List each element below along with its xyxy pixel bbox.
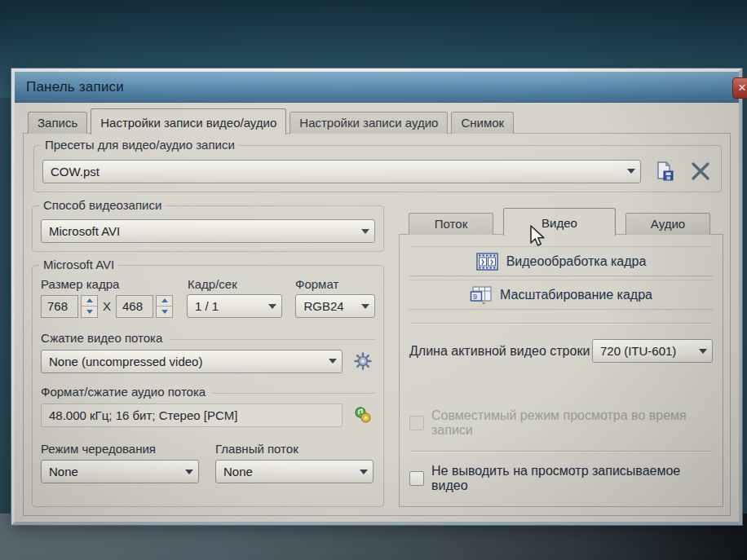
- chevron-down-icon: [361, 229, 369, 234]
- divider: [411, 323, 711, 324]
- line-length-label: Длина активной видео строки: [409, 344, 590, 359]
- chevron-down-icon: [329, 359, 337, 364]
- dialog-body: Запись Настройки записи видео/аудио Наст…: [15, 103, 739, 524]
- main-tabstrip: Запись Настройки записи видео/аудио Наст…: [21, 106, 732, 134]
- recording-panel-window: Панель записи ✕ Запись Настройки записи …: [11, 68, 742, 525]
- interleave-value: None: [49, 465, 78, 478]
- avi-group-label: Microsoft AVI: [39, 258, 118, 271]
- main-stream-combobox[interactable]: None: [215, 460, 374, 483]
- fps-combobox[interactable]: 1 / 1: [187, 294, 282, 318]
- right-column: Поток Видео Аудио: [399, 205, 723, 507]
- title-bar: Панель записи ✕: [15, 72, 739, 103]
- divider: [411, 451, 711, 452]
- delete-x-icon: [689, 161, 712, 182]
- audio-format-value: 48.000 кГц; 16 бит; Стерео [PCM]: [49, 408, 237, 422]
- audio-codec-icon: [353, 405, 373, 425]
- frame-width-value[interactable]: 768: [41, 295, 78, 318]
- video-processing-label: Видеообработка кадра: [506, 254, 647, 269]
- width-spin-up-button[interactable]: [82, 296, 97, 306]
- chevron-down-icon: [361, 304, 369, 309]
- tab-audio[interactable]: Аудио: [625, 213, 710, 235]
- video-processing-button[interactable]: Видеообработка кадра: [409, 246, 713, 276]
- video-method-combobox[interactable]: Microsoft AVI: [41, 219, 375, 243]
- audio-format-field: 48.000 кГц; 16 бит; Стерео [PCM]: [41, 403, 343, 427]
- no-preview-label: Не выводить на просмотр записываемое вид…: [431, 464, 713, 493]
- tab-stream[interactable]: Поток: [409, 213, 493, 235]
- delete-preset-button[interactable]: [688, 159, 713, 183]
- compat-mode-row: Совместимый режим просмотра во время зап…: [409, 408, 713, 438]
- video-compression-value: None (uncompressed video): [49, 355, 202, 368]
- stream-tabstrip: Поток Видео Аудио: [399, 205, 723, 235]
- video-method-value: Microsoft AVI: [49, 224, 120, 238]
- preset-value: COW.pst: [51, 165, 99, 179]
- close-icon: ✕: [738, 82, 747, 94]
- left-column: Способ видеозаписи Microsoft AVI Microso…: [32, 205, 384, 507]
- frame-height-stepper: 468: [116, 295, 173, 318]
- format-value: RGB24: [303, 299, 343, 313]
- tab-zapis[interactable]: Запись: [28, 112, 87, 134]
- spin-down-icon: [161, 310, 168, 314]
- codec-gear-icon: [353, 351, 373, 371]
- frame-size-label: Размер кадра: [41, 277, 188, 291]
- video-compression-combobox[interactable]: None (uncompressed video): [41, 350, 343, 373]
- preset-combobox[interactable]: COW.pst: [42, 160, 641, 183]
- chevron-down-icon: [185, 470, 193, 474]
- chevron-down-icon: [699, 349, 707, 354]
- frame-scaling-label: Масштабирование кадра: [500, 288, 652, 302]
- mouse-cursor: [528, 225, 548, 251]
- line-length-value: 720 (ITU-601): [600, 344, 676, 358]
- tab-video[interactable]: Видео: [503, 208, 616, 236]
- interleave-label: Режим чередования: [41, 442, 215, 456]
- audio-format-label: Формат/сжатие аудио потока: [41, 385, 375, 399]
- svg-text:9: 9: [473, 292, 477, 300]
- window-title: Панель записи: [26, 79, 124, 95]
- audio-codec-config-button[interactable]: [351, 403, 375, 427]
- fps-label: Кадр/сек: [188, 277, 295, 291]
- no-preview-row: Не выводить на просмотр записываемое вид…: [409, 464, 713, 493]
- presets-group-label: Пресеты для видео/аудио записи: [41, 138, 239, 152]
- film-scale-icon: 9: [470, 285, 492, 305]
- spin-down-icon: [86, 310, 93, 314]
- height-spin-up-button[interactable]: [157, 296, 172, 306]
- frame-width-stepper: 768: [41, 295, 98, 318]
- format-combobox[interactable]: RGB24: [295, 294, 375, 318]
- chevron-down-icon: [268, 304, 276, 309]
- width-spin-down-button[interactable]: [82, 306, 97, 317]
- spin-up-icon: [86, 298, 93, 302]
- size-separator: X: [103, 299, 111, 313]
- video-compression-label: Сжатие видео потока: [41, 331, 375, 345]
- compat-mode-checkbox[interactable]: [409, 416, 424, 430]
- video-method-label: Способ видеозаписи: [39, 198, 166, 212]
- chevron-down-icon: [627, 169, 635, 174]
- interleave-combobox[interactable]: None: [41, 460, 199, 483]
- height-spin-down-button[interactable]: [157, 306, 172, 317]
- no-preview-checkbox[interactable]: [409, 471, 424, 486]
- film-strip-icon: [476, 252, 498, 271]
- format-label: Формат: [295, 277, 338, 291]
- tab-snapshot[interactable]: Снимок: [451, 112, 514, 134]
- video-codec-config-button[interactable]: [351, 349, 375, 373]
- video-method-group: Способ видеозаписи Microsoft AVI: [32, 205, 384, 252]
- frame-height-value[interactable]: 468: [116, 295, 153, 318]
- chevron-down-icon: [360, 470, 368, 474]
- close-button[interactable]: ✕: [732, 77, 747, 99]
- main-tabpage: Пресеты для видео/аудио записи COW.pst: [23, 133, 731, 516]
- compat-mode-label: Совместимый режим просмотра во время зап…: [431, 408, 713, 438]
- main-stream-label: Главный поток: [215, 442, 298, 456]
- main-stream-value: None: [223, 465, 253, 478]
- save-preset-button[interactable]: [652, 159, 677, 183]
- frame-scaling-button[interactable]: 9 Масштабирование кадра: [409, 280, 713, 310]
- fps-value: 1 / 1: [195, 299, 219, 313]
- spin-up-icon: [161, 298, 168, 302]
- save-preset-icon: [654, 161, 675, 182]
- tab-video-audio-settings[interactable]: Настройки записи видео/аудио: [91, 108, 286, 134]
- video-tabpage: Видеообработка кадра 9 Масштабирование к…: [399, 234, 723, 507]
- tab-audio-settings[interactable]: Настройки записи аудио: [290, 112, 448, 134]
- presets-group: Пресеты для видео/аудио записи COW.pst: [33, 145, 722, 192]
- avi-settings-group: Microsoft AVI Размер кадра Кадр/сек Форм…: [32, 265, 384, 507]
- line-length-combobox[interactable]: 720 (ITU-601): [592, 339, 713, 363]
